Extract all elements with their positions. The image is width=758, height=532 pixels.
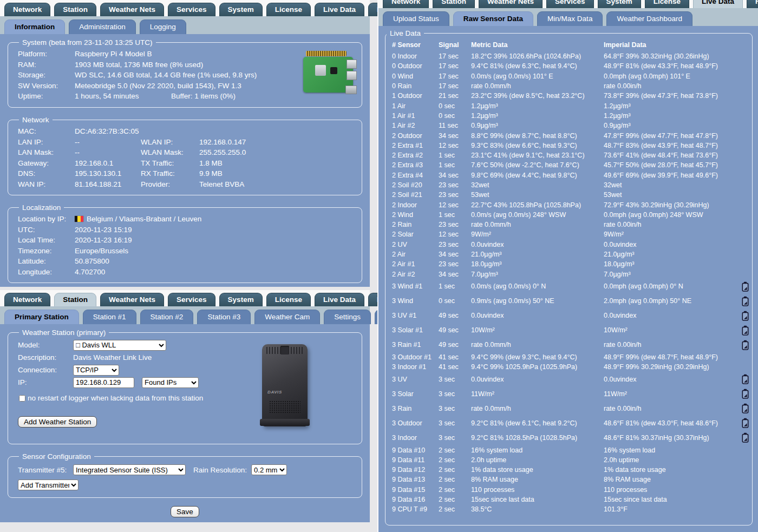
sensor-signal: 3 sec — [439, 376, 471, 383]
live-data-legend: Live Data — [387, 29, 424, 37]
sensor-metric-data: rate 0.0mm/h — [471, 341, 604, 349]
sensor-metric-data: 0.9m/s (avg 0.0m/s) 50° NE — [471, 297, 604, 305]
add-transmitter-select[interactable]: Add Transmitter — [18, 480, 79, 490]
col-header-imperial: Imperial Data — [604, 41, 735, 49]
main-tab[interactable]: System — [219, 293, 263, 306]
sub-tab[interactable]: Raw Sensor Data — [453, 11, 533, 26]
no-restart-checkbox[interactable] — [19, 395, 25, 402]
sensor-metric-data: 7.6°C 50% (dew -2.2°C, heat 7.6°C) — [471, 161, 604, 169]
main-tab[interactable]: License — [645, 0, 689, 8]
main-tab[interactable]: Weather Nets — [100, 3, 164, 16]
network-fieldset: Network MAC: DC:A6:32:7B:3C:05 LAN IP: -… — [8, 116, 362, 195]
ip-input[interactable] — [73, 377, 134, 388]
sub-tab[interactable]: Primary Station — [4, 310, 79, 324]
sensor-imperial-data: 21.0µg/m³ — [604, 251, 735, 258]
sub-tab[interactable]: Weather Cam — [254, 310, 320, 324]
sensor-row: 1 Air #2 11 sec 0.9µg/m³ 0.9µg/m³ — [385, 121, 749, 130]
save-button[interactable]: Save — [171, 506, 199, 517]
sensor-name: 9 Data #13 — [392, 476, 439, 483]
sensor-row: 0 Outdoor 17 sec 9.4°C 81% (dew 6.3°C, h… — [385, 61, 749, 71]
main-tab[interactable]: License — [266, 3, 311, 16]
sensor-name: 2 Extra #4 — [392, 172, 439, 179]
main-tab[interactable]: System — [598, 0, 641, 8]
localization-rows: Location by IP: Belgium / Vlaams-Brabant… — [18, 214, 356, 277]
network-label: WAN IP: — [18, 179, 75, 190]
main-tab[interactable]: Services — [168, 3, 215, 16]
sub-tab[interactable]: Information — [4, 19, 65, 34]
sub-tab[interactable]: Logging — [140, 19, 186, 34]
main-tab[interactable]: System — [219, 3, 263, 16]
sensor-row: 2 Soil #20 23 sec 32wet 32wet — [385, 180, 749, 190]
model-select[interactable]: □ Davis WLL — [73, 340, 166, 351]
ip-label: IP: — [18, 378, 73, 386]
sensor-signal: 17 sec — [439, 73, 471, 80]
sensor-imperial-data: 48.6°F 81% 30.37inHg (30.37inHg) — [604, 434, 735, 442]
sensor-metric-data: 8.8°C 99% (dew 8.7°C, heat 8.8°C) — [471, 132, 604, 140]
sensor-imperial-data: 101.3°F — [604, 505, 735, 513]
main-tab[interactable]: Services — [168, 293, 215, 306]
sub-tab[interactable]: Settings — [324, 310, 371, 324]
system-info-body: System (beta from 23-11-20 13:25 UTC) Pl… — [0, 34, 370, 287]
found-ips-select[interactable]: Found IPs — [142, 377, 199, 388]
sub-tabs-b: Primary Station Station #1 Station #2 St… — [4, 310, 427, 324]
description-value: Davis Weather Link Live — [73, 353, 152, 362]
main-tab[interactable]: Station — [433, 0, 475, 8]
sensor-row: 2 Indoor 12 sec 22.7°C 43% 1025.8hPa (10… — [385, 200, 749, 209]
sensor-signal: 0 sec — [439, 112, 471, 120]
sensor-metric-data: 1% data store usage — [471, 466, 604, 474]
low-battery-icon — [735, 311, 749, 321]
main-tab[interactable]: Weather Nets — [100, 293, 164, 306]
sensor-imperial-data: 0.0mph (avg 0.0mph) 0° N — [604, 283, 735, 290]
sensor-name: 3 Indoor — [392, 434, 439, 442]
sub-tab[interactable]: Upload Status — [383, 11, 449, 26]
sensor-metric-data: 15sec since last data — [471, 496, 604, 503]
low-battery-icon — [735, 340, 749, 350]
sensor-row: 9 Data #16 2 sec 15sec since last data 1… — [385, 495, 749, 504]
sensor-imperial-data: 32wet — [604, 181, 735, 189]
network-label: RX Traffic: — [141, 168, 199, 179]
sensor-signal: 2 sec — [439, 496, 471, 503]
davis-wll-notch — [280, 346, 289, 354]
main-tab[interactable]: Live Data — [693, 0, 743, 8]
main-tab[interactable]: Live Data — [315, 3, 364, 16]
sensor-signal: 3 sec — [439, 390, 471, 398]
sensor-imperial-data: 11W/m² — [604, 390, 735, 398]
main-tab[interactable]: Station — [54, 3, 96, 16]
main-tab[interactable]: Weather Nets — [479, 0, 543, 8]
sensor-name: 2 Air #2 — [392, 271, 439, 278]
main-tab[interactable]: Network — [383, 0, 429, 8]
sensor-row: 2 Extra #1 12 sec 9.3°C 83% (dew 6.6°C, … — [385, 141, 749, 150]
sub-tab[interactable]: Weather Dashboard — [606, 11, 692, 26]
sub-tab[interactable]: Administration — [69, 19, 136, 34]
network-label: TX Traffic: — [141, 158, 199, 169]
main-tab[interactable]: Network — [4, 293, 50, 306]
main-tab[interactable]: License — [266, 293, 311, 306]
sub-tab[interactable]: Station #3 — [197, 310, 251, 324]
sensor-name: 9 Data #10 — [392, 446, 439, 454]
main-tab[interactable]: Live Data — [315, 293, 364, 306]
network-value: DC:A6:32:7B:3C:05 — [75, 126, 141, 137]
sensor-signal: 1 sec — [439, 211, 471, 219]
sensor-imperial-data: 0.0mph (avg 0.0mph) 101° E — [604, 73, 735, 80]
main-tab[interactable]: Services — [546, 0, 594, 8]
sensor-metric-data: 1.2µg/m³ — [471, 112, 604, 120]
sub-tab[interactable]: Station #1 — [83, 310, 136, 324]
transmitter-select[interactable]: Integrated Sensor Suite (ISS) — [73, 464, 186, 475]
sensor-metric-data: 22.7°C 43% 1025.8hPa (1025.8hPa) — [471, 201, 604, 209]
sensor-signal: 17 sec — [439, 52, 471, 60]
main-tab[interactable]: Station — [54, 293, 96, 306]
sensor-name: 3 UV — [392, 376, 439, 383]
sensor-imperial-data: rate 0.00in/h — [604, 82, 735, 90]
sensor-metric-data: 9W/m² — [471, 231, 604, 238]
main-tab[interactable]: Network — [4, 3, 50, 16]
rain-resolution-select[interactable]: 0.2 mm — [251, 464, 287, 475]
add-weather-station-button[interactable]: Add Weather Station — [18, 416, 97, 428]
connection-select[interactable]: TCP/IP — [73, 365, 119, 376]
sub-tab[interactable]: Min/Max Data — [537, 11, 603, 26]
main-tab[interactable]: History — [747, 0, 758, 8]
info-label: RAM: — [18, 60, 75, 70]
sensor-name: 3 Solar — [392, 390, 439, 398]
transmitter-label: Transmitter #5: — [18, 466, 73, 474]
network-row: LAN Mask: -- WLAN Mask: 255.255.255.0 — [18, 147, 356, 158]
sub-tab[interactable]: Station #2 — [140, 310, 194, 324]
